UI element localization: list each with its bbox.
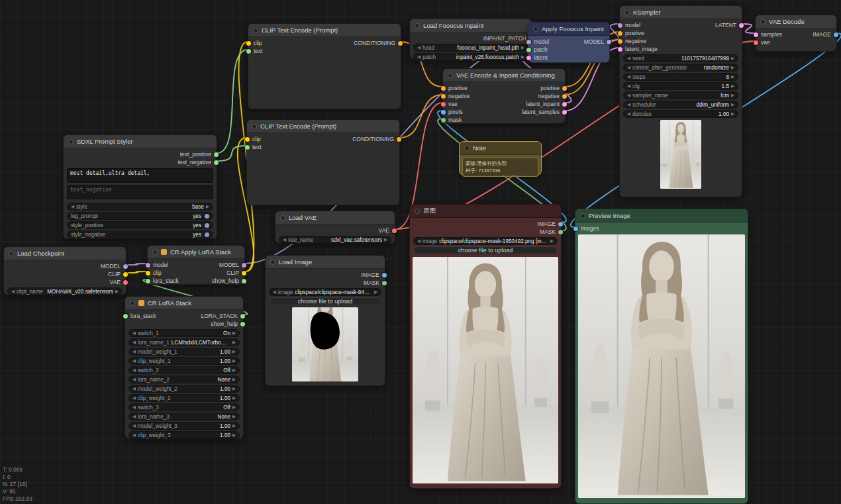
output-slot-CONDITIONING[interactable]: CONDITIONING — [354, 39, 403, 47]
widget-image[interactable]: ◀imageclipspace/clipspace-mask-1950492.p… — [413, 237, 558, 245]
increment-arrow-icon[interactable]: ▶ — [232, 330, 236, 336]
node-apply-fooocus-inpaint[interactable]: Apply Fooocus Inpaint modelMODELpatchlat… — [528, 22, 610, 63]
node-load-fooocus-inpaint[interactable]: Load Fooocus Inpaint INPAINT_PATCH ◀head… — [409, 19, 532, 60]
node-load-vae[interactable]: Load VAE VAE ◀vae_namesdxl_vae.safetenso… — [275, 211, 395, 244]
increment-arrow-icon[interactable]: ▶ — [232, 377, 236, 382]
node-load-checkpoint[interactable]: Load Checkpoint MODELCLIPVAE ◀ckpt_nameM… — [3, 246, 126, 295]
text-positive-input[interactable]: most detail,ultra detail, — [67, 168, 213, 183]
node-header[interactable]: Note — [460, 142, 541, 155]
collapse-dot-icon[interactable] — [533, 26, 538, 32]
decrement-arrow-icon[interactable]: ◀ — [132, 395, 136, 401]
output-slot-show_help[interactable]: show_help — [211, 320, 245, 328]
output-slot-show_help[interactable]: show_help — [212, 277, 246, 285]
collapse-dot-icon[interactable] — [760, 19, 766, 25]
widget-style_positive[interactable]: style_positiveyes — [67, 221, 213, 229]
node-header[interactable]: CLIP Text Encode (Prompt) — [248, 24, 401, 37]
input-slot-vae[interactable]: vae — [441, 100, 458, 108]
input-slot-lora_stack[interactable]: lora_stack — [123, 312, 156, 320]
widget-switch_2[interactable]: ◀switch_2Off▶ — [128, 366, 240, 374]
node-header[interactable]: 原图 — [410, 205, 561, 218]
slot-dot-icon[interactable] — [558, 230, 563, 234]
output-slot-CLIP[interactable]: CLIP — [108, 270, 128, 278]
input-slot-mask[interactable]: mask — [441, 116, 462, 124]
decrement-arrow-icon[interactable]: ◀ — [627, 83, 630, 89]
toggle-dot[interactable] — [205, 223, 209, 228]
widget-vae_name[interactable]: ◀vae_namesdxl_vae.safetensors▶ — [279, 236, 391, 244]
slot-dot-icon[interactable] — [123, 272, 128, 277]
increment-arrow-icon[interactable]: ▶ — [550, 238, 554, 244]
increment-arrow-icon[interactable]: ▶ — [232, 368, 236, 373]
widget-model_weight_1[interactable]: ◀model_weight_11.00▶ — [128, 348, 240, 356]
decrement-arrow-icon[interactable]: ◀ — [627, 102, 630, 107]
decrement-arrow-icon[interactable]: ◀ — [627, 111, 630, 117]
node-preview-image[interactable]: Preview Image images — [575, 209, 748, 504]
toggle-dot[interactable] — [205, 232, 209, 237]
output-slot-CLIP[interactable]: CLIP — [226, 269, 246, 277]
slot-dot-icon[interactable] — [146, 263, 150, 268]
output-slot-VAE[interactable]: VAE — [379, 227, 397, 234]
increment-arrow-icon[interactable]: ▶ — [731, 83, 734, 89]
slot-dot-icon[interactable] — [146, 279, 150, 283]
decrement-arrow-icon[interactable]: ◀ — [283, 237, 286, 242]
collapse-dot-icon[interactable] — [253, 28, 258, 33]
slot-dot-icon[interactable] — [558, 222, 563, 227]
decrement-arrow-icon[interactable]: ◀ — [132, 330, 136, 336]
output-slot-MODEL[interactable]: MODEL — [219, 261, 246, 269]
slot-dot-icon[interactable] — [398, 41, 403, 46]
upload-button[interactable]: choose file to upload — [413, 246, 558, 254]
input-slot-positive[interactable]: positive — [618, 29, 644, 37]
decrement-arrow-icon[interactable]: ◀ — [132, 368, 136, 373]
increment-arrow-icon[interactable]: ▶ — [232, 340, 236, 345]
slot-dot-icon[interactable] — [240, 314, 245, 319]
widget-scheduler[interactable]: ◀schedulerddim_uniform▶ — [623, 101, 738, 109]
input-slot-clip[interactable]: clip — [246, 39, 262, 47]
node-header[interactable]: Apply Fooocus Inpaint — [528, 23, 609, 36]
upload-button[interactable]: choose file to upload — [269, 297, 381, 305]
decrement-arrow-icon[interactable]: ◀ — [132, 432, 136, 438]
slot-dot-icon[interactable] — [754, 40, 758, 45]
input-slot-images[interactable]: images — [573, 225, 599, 232]
widget-switch_3[interactable]: ◀switch_3Off▶ — [128, 403, 240, 411]
node-header[interactable]: CR LoRA Stack — [125, 297, 243, 310]
slot-dot-icon[interactable] — [754, 32, 758, 37]
slot-dot-icon[interactable] — [526, 48, 531, 52]
output-slot-latent_samples[interactable]: latent_samples — [522, 108, 567, 116]
slot-dot-icon[interactable] — [834, 32, 838, 37]
widget-control_after_generate[interactable]: ◀control_after_generaterandomize▶ — [623, 64, 738, 72]
widget-model_weight_3[interactable]: ◀model_weight_31.00▶ — [128, 422, 240, 430]
slot-dot-icon[interactable] — [246, 41, 251, 46]
slot-dot-icon[interactable] — [441, 102, 446, 107]
slot-dot-icon[interactable] — [607, 40, 611, 44]
node-graph-canvas[interactable]: CLIP Text Encode (Prompt) clipCONDITIONI… — [0, 0, 841, 504]
output-slot-text_positive[interactable]: text_positive — [180, 150, 219, 158]
decrement-arrow-icon[interactable]: ◀ — [627, 74, 630, 79]
slot-dot-icon[interactable] — [562, 110, 567, 115]
slot-dot-icon[interactable] — [240, 322, 245, 327]
input-slot-clip[interactable]: clip — [245, 135, 261, 143]
node-sdxl-prompt-styler[interactable]: SDXL Prompt Styler text_positivetext_neg… — [63, 134, 217, 239]
slot-dot-icon[interactable] — [123, 280, 128, 285]
collapse-dot-icon[interactable] — [252, 124, 257, 129]
increment-arrow-icon[interactable]: ▶ — [115, 289, 119, 294]
slot-dot-icon[interactable] — [562, 86, 567, 91]
increment-arrow-icon[interactable]: ▶ — [232, 386, 236, 391]
increment-arrow-icon[interactable]: ▶ — [232, 395, 236, 401]
node-header[interactable]: Load Checkpoint — [4, 247, 126, 260]
text-negative-input[interactable]: text_negative — [67, 185, 213, 199]
increment-arrow-icon[interactable]: ▶ — [521, 54, 524, 60]
slot-dot-icon[interactable] — [441, 110, 446, 115]
output-slot-LATENT[interactable]: LATENT — [715, 21, 744, 29]
slot-dot-icon[interactable] — [214, 160, 219, 165]
widget-clip_weight_1[interactable]: ◀clip_weight_11.00▶ — [128, 357, 240, 365]
decrement-arrow-icon[interactable]: ◀ — [132, 340, 136, 345]
input-slot-model[interactable]: model — [526, 38, 549, 46]
output-slot-positive[interactable]: positive — [540, 84, 567, 92]
widget-head[interactable]: ◀headfooocus_inpaint_head.pth▶ — [413, 44, 528, 52]
node-header[interactable]: VAE Encode & Inpaint Conditioning — [443, 69, 565, 82]
input-slot-model[interactable]: model — [618, 21, 640, 29]
output-slot-MASK[interactable]: MASK — [540, 228, 563, 236]
slot-dot-icon[interactable] — [123, 314, 128, 319]
slot-dot-icon[interactable] — [562, 94, 567, 99]
decrement-arrow-icon[interactable]: ◀ — [627, 56, 630, 61]
decrement-arrow-icon[interactable]: ◀ — [417, 54, 420, 60]
